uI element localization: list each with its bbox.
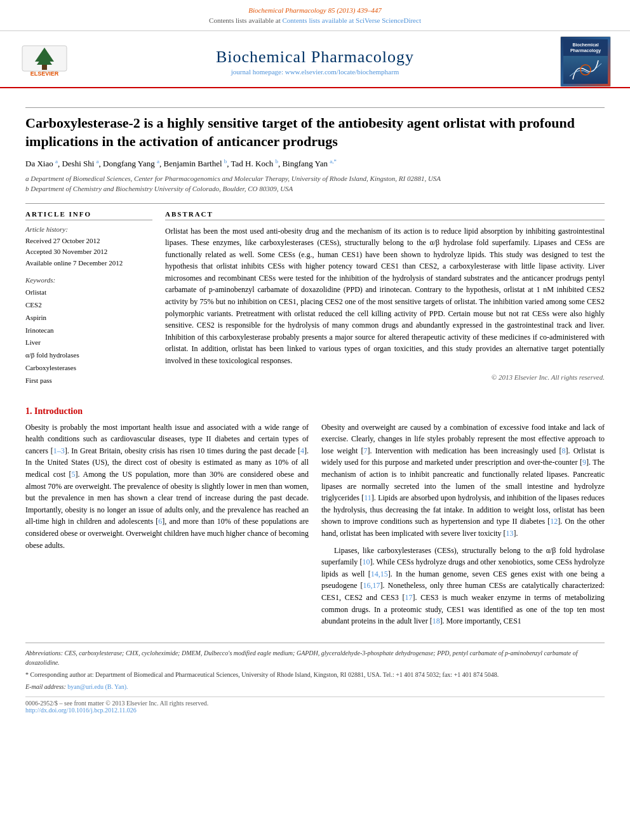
homepage-url[interactable]: www.elsevier.com/locate/biochempharm <box>285 68 399 76</box>
keyword-7: Carboxylesterases <box>25 362 152 375</box>
keyword-1: Orlistat <box>25 286 152 299</box>
ref-1-3: 1–3 <box>53 446 65 455</box>
ref-4: 4 <box>300 446 304 455</box>
introduction-section: 1. Introduction Obesity is probably the … <box>25 406 605 632</box>
ref-18: 18 <box>432 617 440 625</box>
intro-columns: Obesity is probably the most important h… <box>25 422 605 632</box>
abstract-label: ABSTRACT <box>165 210 605 220</box>
article-title: Carboxylesterase-2 is a highly sensitive… <box>25 114 605 150</box>
article-body: Carboxylesterase-2 is a highly sensitive… <box>0 88 630 726</box>
affil-a3-sup: a <box>157 158 159 164</box>
page: Biochemical Pharmacology 85 (2013) 439–4… <box>0 0 630 840</box>
affil-b-sup: b <box>224 158 227 164</box>
keyword-2: CES2 <box>25 299 152 312</box>
abbrev-label: Abbreviations: <box>25 650 65 657</box>
intro-col-right: Obesity and overweight are caused by a c… <box>321 422 605 632</box>
affil-a4-sup: a,* <box>330 158 337 164</box>
affil-a2-sup: a <box>97 158 99 164</box>
ref-17b: 17 <box>405 593 413 602</box>
intro-col-left: Obesity is probably the most important h… <box>25 422 309 632</box>
keyword-3: Aspirin <box>25 312 152 324</box>
keyword-4: Irinotecan <box>25 324 152 337</box>
keyword-6: α/β fold hydrolases <box>25 349 152 362</box>
article-history: Article history: Received 27 October 201… <box>25 225 152 269</box>
ref-5: 5 <box>72 470 76 479</box>
ref-13: 13 <box>506 529 514 538</box>
journal-header: Biochemical Pharmacology 85 (2013) 439–4… <box>0 0 630 31</box>
intro-para-right-1: Obesity and overweight are caused by a c… <box>321 422 605 540</box>
homepage-label: journal homepage: <box>231 68 285 76</box>
keywords-group: Keywords: Orlistat CES2 Aspirin Irinotec… <box>25 276 152 387</box>
intro-para-1: Obesity is probably the most important h… <box>25 422 309 552</box>
footnotes: Abbreviations: CES, carboxylesterase; CH… <box>25 643 605 691</box>
keywords-label: Keywords: <box>25 276 152 284</box>
ref-16-17: 16,17 <box>363 581 380 590</box>
ref-11: 11 <box>364 493 372 502</box>
article-info-column: ARTICLE INFO Article history: Received 2… <box>25 210 152 395</box>
sciverse-link[interactable]: Contents lists available at SciVerse Sci… <box>283 17 421 24</box>
copyright-line: © 2013 Elsevier Inc. All rights reserved… <box>165 373 605 381</box>
intro-heading: 1. Introduction <box>25 406 605 417</box>
history-label: Article history: <box>25 225 152 233</box>
ref-8: 8 <box>561 446 565 455</box>
ref-10: 10 <box>363 557 370 566</box>
affiliations: a Department of Biomedical Sciences, Cen… <box>25 173 605 194</box>
keywords-list: Orlistat CES2 Aspirin Irinotecan Liver α… <box>25 286 152 387</box>
keyword-8: First pass <box>25 375 152 387</box>
svg-rect-3 <box>42 65 47 70</box>
journal-thumbnail: BiochemicalPharmacology <box>560 36 611 87</box>
doi-link[interactable]: http://dx.doi.org/10.1016/j.bcp.2012.11.… <box>25 707 137 714</box>
affil-b2-sup: b <box>275 158 278 164</box>
journal-title-block: Biochemical Pharmacology journal homepag… <box>70 48 560 76</box>
thumb-label: BiochemicalPharmacology <box>570 43 601 53</box>
received-date: Received 27 October 2012 Accepted 30 Nov… <box>25 236 152 269</box>
intro-para-right-2: Lipases, like carboxylesterases (CESs), … <box>321 545 605 627</box>
corresponding-author: * Corresponding author at: Department of… <box>25 670 605 679</box>
abbreviations: Abbreviations: CES, carboxylesterase; CH… <box>25 648 605 667</box>
bottom-bar: 0006-2952/$ – see front matter © 2013 El… <box>25 697 605 714</box>
ref-7: 7 <box>364 446 368 455</box>
contents-line: Contents lists available at Contents lis… <box>13 17 617 24</box>
issn-line: 0006-2952/$ – see front matter © 2013 El… <box>25 700 208 707</box>
journal-title: Biochemical Pharmacology <box>70 48 560 67</box>
affiliation-a: a Department of Biomedical Sciences, Cen… <box>25 173 605 184</box>
article-info-label: ARTICLE INFO <box>25 210 152 220</box>
info-abstract-section: ARTICLE INFO Article history: Received 2… <box>25 210 605 395</box>
journal-ref: Biochemical Pharmacology 85 (2013) 439–4… <box>13 6 617 14</box>
abstract-text: Orlistat has been the most used anti-obe… <box>165 225 605 367</box>
abstract-column: ABSTRACT Orlistat has been the most used… <box>165 210 605 395</box>
authors-line: Da Xiao a, Deshi Shi a, Dongfang Yang a,… <box>25 158 605 169</box>
affil-a-sup: a <box>55 158 58 164</box>
abbrev-text: CES, carboxylesterase; CHX, cycloheximid… <box>25 650 578 666</box>
keyword-5: Liver <box>25 337 152 349</box>
journal-masthead: ELSEVIER Biochemical Pharmacology journa… <box>0 31 630 88</box>
elsevier-logo: ELSEVIER <box>19 43 70 81</box>
ref-14-15: 14,15 <box>371 570 388 578</box>
ref-9: 9 <box>582 458 586 467</box>
svg-text:ELSEVIER: ELSEVIER <box>30 70 59 77</box>
email-line: E-mail address: byan@uri.edu (B. Yan). <box>25 682 605 691</box>
corresponding-text: Department of Biomedical and Pharmaceuti… <box>95 671 499 678</box>
email-address[interactable]: byan@uri.edu (B. Yan). <box>67 683 128 690</box>
journal-homepage: journal homepage: www.elsevier.com/locat… <box>70 68 560 76</box>
ref-6: 6 <box>158 517 162 526</box>
affiliation-b: b Department of Chemistry and Biochemist… <box>25 183 605 194</box>
ref-12: 12 <box>550 517 558 526</box>
